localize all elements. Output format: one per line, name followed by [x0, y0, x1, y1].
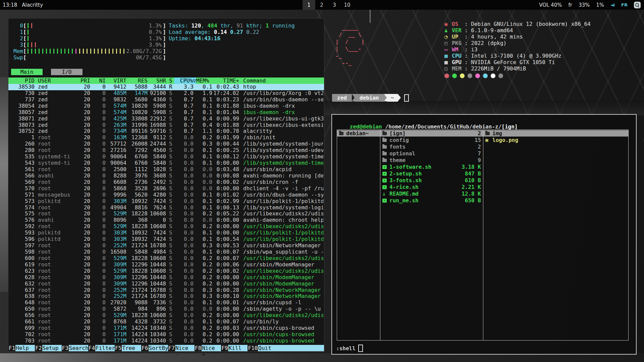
sysinfo-label: OS [452, 21, 465, 27]
tab-main[interactable]: Main [11, 69, 43, 75]
table-row[interactable]: 566avahi200828839763608S0.00.00:00.08ava… [8, 173, 324, 179]
fkey-f7[interactable]: F7Nice - [168, 345, 195, 351]
fkey-f9[interactable]: F9Kill [221, 345, 248, 351]
table-row[interactable]: 628root200309M1229610448S0.00.20:00.00/u… [8, 274, 324, 281]
table-row[interactable]: 648root2002702090887336S0.00.10:00.01/us… [8, 300, 324, 306]
command-input[interactable]: :shell [336, 345, 356, 352]
fkey-f5[interactable]: F5Tree [115, 345, 141, 351]
tab-io[interactable]: I/O [51, 69, 83, 75]
column-header-cmd[interactable]: Command [243, 77, 323, 84]
table-row[interactable]: 574root2004990488167624S0.00.10:00.13/li… [8, 205, 324, 211]
table-row[interactable]: 632root200309M1229610448S0.00.20:00.00/u… [8, 281, 324, 287]
fkey-f1[interactable]: F1Help [8, 345, 35, 351]
column-header-ni[interactable]: NI [90, 77, 106, 84]
fkey-f8[interactable]: F8Nice + [195, 345, 221, 351]
table-row[interactable]: 38054zed200574M108205908S0.70.10:01.88ib… [8, 103, 324, 109]
table-row[interactable]: 638root200252M2172416788S0.00.30:00.10/u… [8, 293, 324, 300]
meter-bar [46, 49, 47, 54]
list-item[interactable]: theme9 [380, 157, 483, 163]
list-item[interactable]: debian~ [337, 130, 380, 137]
table-row[interactable]: 593polkitd200303M109327424S0.00.10:00.00… [8, 230, 324, 236]
table-row[interactable]: 619root200309M1229610448S0.00.20:00.06/u… [8, 262, 324, 268]
meter-value: 1.3% [149, 22, 162, 29]
list-item[interactable]: config15 [380, 137, 483, 143]
table-row[interactable]: 597root200252M2172416788S0.00.30:00.53/u… [8, 243, 324, 249]
table-row[interactable]: 573polkitd200303M109327424S0.00.10:02.99… [8, 198, 324, 205]
list-item[interactable]: run_me.sh650 B [380, 197, 483, 204]
fkey-f2[interactable]: F2Setup [35, 345, 61, 351]
table-row[interactable]: 656root200529M1822810608S0.00.20:00.00/u… [8, 312, 324, 319]
table-row[interactable]: 535systemd-ti2009006467605840S0.00.10:00… [8, 154, 324, 160]
table-row[interactable]: 280root2002721672924560S0.00.10:00.25/li… [8, 147, 324, 154]
table-row[interactable]: 650root2005872984896S0.00.00:00.00/sbin/… [8, 306, 324, 312]
table-row[interactable]: 543systemd-ti2009006467605840S0.00.10:00… [8, 160, 324, 166]
list-item[interactable]: 3-fonts.sh610 B [380, 177, 483, 184]
table-row[interactable]: 737zed200983256804360S0.70.10:03.23/usr/… [8, 97, 324, 103]
list-item[interactable]: img [483, 130, 628, 137]
table-row[interactable]: 570root200586835282696S0.00.00:00.00dhcl… [8, 186, 324, 192]
current-path: /home/zed/Documents/GitHub/debian-z/ [382, 123, 501, 130]
meter-label: Mem [11, 48, 23, 54]
table-row[interactable]: 38530zed200941258883444R3.30.10:02.43hto… [8, 84, 324, 90]
table-row[interactable]: 571messagebus200999656204280S0.00.10:01.… [8, 192, 324, 198]
column-header-user[interactable]: USER [38, 77, 75, 84]
list-item[interactable]: optional7 [380, 150, 483, 157]
fkey-f4[interactable]: F4Filter [88, 345, 115, 351]
list-item[interactable]: fonts2 [380, 144, 483, 150]
table-row[interactable]: 623root200529M1822810608S0.00.20:00.02/u… [8, 268, 324, 274]
table-row[interactable]: 260root200577122600824744S0.00.30:00.44/… [8, 141, 324, 147]
fkey-f3[interactable]: F3Search [62, 345, 88, 351]
table-row[interactable]: 637root200252M2172416788S0.00.30:00.28/u… [8, 287, 324, 294]
folder-icon [382, 152, 387, 155]
table-row[interactable]: 38071zed200425M3380822912S0.70.40:00.99/… [8, 116, 324, 122]
table-row[interactable]: 561root200250011121028S0.00.00:03.48/usr… [8, 166, 324, 173]
column-header-cpu[interactable]: CPU%▽ [174, 77, 196, 84]
table-row[interactable]: 1root200163M123689112S0.00.20:01.99/sbin… [8, 135, 324, 141]
table-row[interactable]: 702root200171M1422410340S0.00.20:00.00/u… [8, 331, 324, 338]
table-row[interactable]: 730zed200485M147M92100S2.01.917:24.02/us… [8, 90, 324, 97]
list-item[interactable]: 4-rice.sh2.21 K [380, 184, 483, 190]
process-table-header[interactable]: PIDUSERPRINIVIRTRESSHRSCPU%▽MEM%TIME+Com… [8, 77, 324, 84]
workspace-button-10[interactable]: 10 [341, 0, 354, 10]
list-item[interactable]: README.md12.8 K [380, 191, 483, 197]
current-dir-label: [ign] [501, 123, 518, 130]
meter-row: 1[0.7%] [11, 29, 166, 35]
table-row[interactable]: 38752zed200734M8911659716S0.71.10:00.78a… [8, 128, 324, 135]
table-row[interactable]: 703root200171M1422410340S0.00.20:00.00/u… [8, 338, 324, 344]
column-header-pri[interactable]: PRI [75, 77, 90, 84]
table-row[interactable]: 598root2001650858484984S0.00.10:00.07/sb… [8, 249, 324, 255]
keyboard-layout-badge[interactable]: FR [621, 2, 628, 7]
column-header-res[interactable]: RES [126, 77, 148, 84]
table-row[interactable]: 596polkitd200303M109327424S0.00.10:00.54… [8, 236, 324, 243]
fkey-f10[interactable]: F10Quit [248, 345, 324, 351]
meter-row: 2[1.3%] [11, 35, 166, 42]
script-icon [382, 185, 387, 189]
list-item[interactable]: 1-software.sh3.18 K [380, 164, 483, 170]
meter-bar [112, 49, 113, 54]
table-row[interactable]: 38073zed200263M3199616988S0.70.40:01.88/… [8, 122, 324, 128]
sysinfo-value: Debian GNU/Linux 12 (bookworm) x86_64 [471, 21, 590, 27]
table-row[interactable]: 661root200876843283732S0.00.10:00.07/usr… [8, 319, 324, 325]
list-item[interactable]: 2-setup.sh847 B [380, 170, 483, 177]
workspace-button-3[interactable]: 3 [328, 0, 341, 10]
column-header-virt[interactable]: VIRT [106, 77, 126, 84]
workspace-button-1[interactable]: 1 [303, 0, 315, 10]
magnifier-tray-icon[interactable] [634, 2, 641, 8]
table-row[interactable]: 600root200529M1822810608S0.00.20:00.07/u… [8, 255, 324, 262]
fkey-f6[interactable]: F6SortBy [141, 345, 168, 351]
column-header-time[interactable]: TIME+ [212, 77, 239, 84]
list-item[interactable]: logo.png [483, 137, 628, 143]
table-row[interactable]: 575root200529M1822810608S0.00.20:05.22/u… [8, 211, 324, 217]
workspace-button-2[interactable]: 2 [315, 0, 328, 10]
table-row[interactable]: 569root200660827362492S0.00.00:00.02/usr… [8, 179, 324, 186]
speaker-icon[interactable]: ◄) [610, 2, 615, 7]
table-row[interactable]: 699root200171M1422410340S0.00.20:00.03/u… [8, 325, 324, 331]
column-header-pid[interactable]: PID [8, 77, 35, 84]
table-row[interactable]: 38057zed200574M108205908S0.70.10:01.04ib… [8, 109, 324, 116]
table-row[interactable]: 592root200529M1822810608S0.00.20:00.00/u… [8, 223, 324, 230]
column-header-shr[interactable]: SHR [148, 77, 166, 84]
meter-label: Swp [11, 54, 23, 61]
table-row[interactable]: 576avahi20080963680S0.00.00:00.00avahi-d… [8, 217, 324, 223]
list-item[interactable]: [ign]2 [380, 130, 483, 137]
process-table: 38530zed200941258883444R3.30.10:02.43hto… [8, 84, 324, 344]
